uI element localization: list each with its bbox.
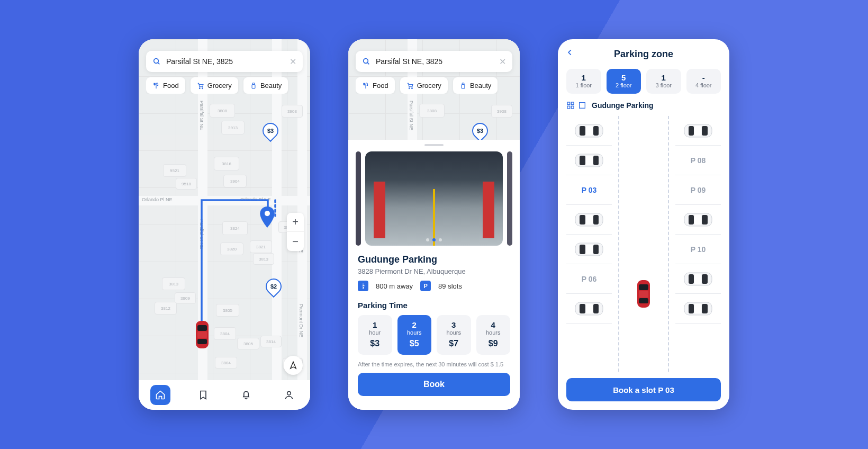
search-input[interactable] (376, 57, 494, 66)
slot-occupied (675, 264, 721, 294)
bell-icon (241, 390, 251, 400)
car-icon (681, 122, 716, 139)
svg-point-8 (265, 211, 270, 216)
search-bar[interactable]: ✕ (356, 51, 512, 72)
svg-rect-24 (571, 102, 574, 105)
slot-column-right: P 08P 09P 10 (675, 116, 721, 372)
svg-point-16 (364, 59, 368, 64)
screen-map: Orlando Pl NE Orlando Pl NE Parsifal St … (139, 39, 310, 410)
map-block: 3808 (419, 104, 445, 118)
time-option[interactable]: 2hours$5 (397, 315, 432, 355)
chip-beauty[interactable]: Beauty (243, 77, 288, 94)
price-pin-label: $2 (270, 283, 277, 290)
clear-icon[interactable]: ✕ (499, 57, 506, 67)
floor-option[interactable]: 52 floor (607, 69, 641, 94)
svg-rect-25 (567, 106, 570, 109)
tab-profile[interactable] (279, 385, 299, 405)
zone-header: Parking zone (558, 39, 729, 69)
car-icon (572, 241, 607, 258)
parking-icon: P (420, 281, 431, 291)
floor-option[interactable]: 13 floor (646, 69, 681, 94)
time-option[interactable]: 4hours$9 (476, 315, 511, 355)
compass-button[interactable] (284, 356, 303, 375)
screen-detail: Parsifal St NE 3808 3908 $3 ✕ Food Groce… (348, 39, 520, 410)
price-pin-label: $3 (267, 128, 274, 134)
svg-line-10 (158, 62, 159, 64)
svg-line-17 (367, 62, 369, 64)
tab-home[interactable] (150, 385, 170, 405)
chip-row: Food Grocery Beauty (356, 77, 520, 94)
square-icon[interactable] (578, 101, 586, 110)
parking-photo (365, 151, 503, 246)
slot-empty[interactable]: P 09 (675, 175, 721, 205)
zoom-control: + − (287, 213, 304, 251)
zone-label-row: Gudunge Parking (558, 101, 729, 116)
slot-occupied (675, 294, 721, 324)
slot-occupied (566, 294, 612, 324)
tab-bar (139, 380, 310, 410)
zone-name: Gudunge Parking (592, 101, 654, 110)
zone-title: Parking zone (614, 49, 673, 60)
car-icon (572, 122, 607, 139)
svg-point-22 (363, 284, 364, 285)
search-icon (362, 57, 370, 66)
search-input[interactable] (166, 57, 284, 66)
chip-food[interactable]: Food (146, 77, 185, 94)
back-button[interactable] (566, 47, 574, 61)
parking-time-title: Parking Time (358, 301, 510, 310)
destination-pin-icon[interactable] (259, 206, 275, 228)
slot-column-left: P 03P 06 (566, 116, 612, 372)
chip-grocery[interactable]: Grocery (191, 77, 238, 94)
chip-food[interactable]: Food (356, 77, 395, 94)
book-slot-button[interactable]: Book a slot P 03 (566, 378, 721, 401)
svg-rect-21 (462, 84, 465, 88)
tab-notifications[interactable] (236, 385, 256, 405)
chip-label: Food (163, 82, 179, 89)
user-car-icon (635, 280, 652, 308)
clear-icon[interactable]: ✕ (290, 57, 296, 67)
zoom-in-button[interactable]: + (287, 213, 304, 232)
slot-occupied (675, 116, 721, 146)
screen-zone: Parking zone 11 floor52 floor13 floor-4 … (558, 39, 729, 410)
car-icon (681, 211, 716, 228)
chip-label: Beauty (260, 82, 282, 89)
distance-label: 800 m away (376, 282, 413, 290)
slot-empty[interactable]: P 10 (675, 235, 721, 264)
search-icon (152, 57, 161, 66)
image-gallery[interactable] (348, 151, 520, 246)
price-pin[interactable]: $3 (469, 120, 491, 142)
food-icon (362, 82, 369, 89)
grid-icon[interactable] (566, 101, 575, 110)
street-label: Parsifal St NE (409, 101, 414, 130)
detail-sheet: Gudunge Parking 3828 Piermont Dr NE, Alb… (348, 140, 520, 410)
chip-beauty[interactable]: Beauty (453, 77, 498, 94)
chevron-left-icon (566, 47, 574, 58)
fineprint: After the time expires, the next 30 minu… (348, 355, 520, 373)
slot-occupied (566, 146, 612, 175)
food-icon (152, 82, 160, 89)
floor-option[interactable]: -4 floor (686, 69, 721, 94)
slot-occupied (566, 205, 612, 235)
slot-empty[interactable]: P 03 (566, 175, 612, 205)
parking-address: 3828 Piermont Dr NE, Albuquerque (358, 267, 510, 275)
floor-option[interactable]: 11 floor (566, 69, 601, 94)
tab-bookmarks[interactable] (193, 385, 213, 405)
time-option[interactable]: 3hours$7 (437, 315, 471, 355)
svg-rect-23 (567, 102, 570, 105)
slot-empty[interactable]: P 06 (566, 264, 612, 294)
book-button[interactable]: Book (358, 373, 510, 396)
map-canvas[interactable]: Orlando Pl NE Orlando Pl NE Parsifal St … (139, 39, 310, 410)
zoom-out-button[interactable]: − (287, 232, 304, 251)
chip-label: Grocery (417, 82, 441, 89)
svg-point-11 (199, 87, 200, 88)
slot-empty[interactable]: P 08 (675, 146, 721, 175)
cart-icon (406, 82, 414, 89)
chip-grocery[interactable]: Grocery (400, 77, 448, 94)
slot-occupied (675, 205, 721, 235)
drag-handle-icon[interactable] (424, 144, 444, 146)
time-option[interactable]: 1hour$3 (358, 315, 392, 355)
search-bar[interactable]: ✕ (146, 51, 303, 72)
parking-name: Gudunge Parking (358, 254, 510, 265)
svg-rect-14 (252, 84, 255, 88)
svg-rect-27 (580, 103, 585, 109)
